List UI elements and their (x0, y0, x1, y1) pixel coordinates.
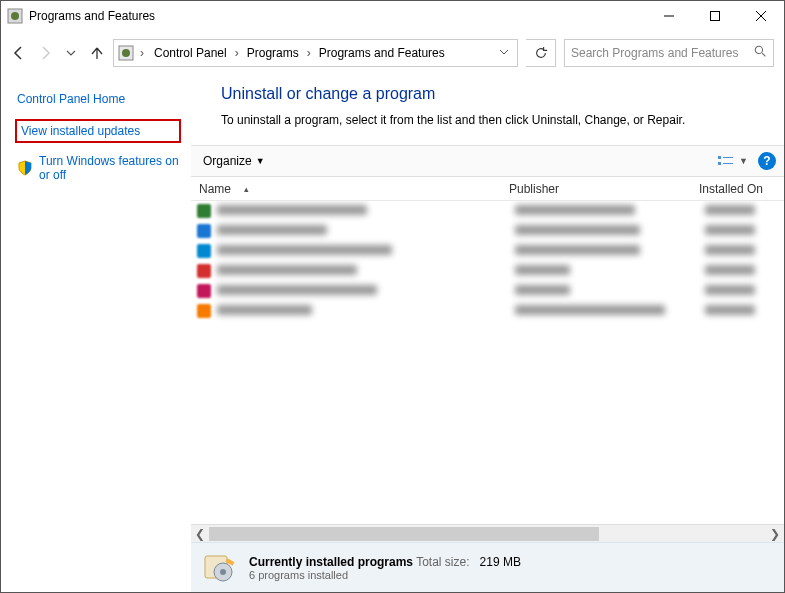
address-dropdown-button[interactable] (495, 46, 513, 60)
breadcrumb: Control Panel › Programs › Programs and … (150, 42, 491, 64)
control-panel-home-link[interactable]: Control Panel Home (15, 89, 181, 109)
svg-point-16 (220, 569, 226, 575)
list-item[interactable] (191, 281, 784, 301)
toolbar: Organize ▼ ▼ ? (191, 145, 784, 177)
refresh-button[interactable] (526, 39, 556, 67)
horizontal-scrollbar[interactable]: ❮ ❯ (191, 524, 784, 542)
svg-rect-10 (718, 156, 721, 159)
nav-bar: › Control Panel › Programs › Programs an… (1, 35, 784, 71)
window-buttons (646, 1, 784, 31)
view-options-button[interactable]: ▼ (717, 154, 748, 168)
column-header-installed[interactable]: Installed On (691, 182, 784, 196)
program-icon (197, 264, 211, 278)
program-icon (197, 224, 211, 238)
search-box[interactable] (564, 39, 774, 67)
svg-rect-11 (718, 162, 721, 165)
help-button[interactable]: ? (758, 152, 776, 170)
list-item[interactable] (191, 261, 784, 281)
breadcrumb-item[interactable]: Programs and Features (315, 42, 449, 64)
sidebar: Control Panel Home View installed update… (1, 71, 191, 592)
program-icon (197, 304, 211, 318)
column-header-publisher[interactable]: Publisher (501, 182, 691, 196)
chevron-down-icon: ▼ (739, 156, 748, 166)
breadcrumb-item[interactable]: Programs (243, 42, 303, 64)
column-headers: Name ▴ Publisher Installed On (191, 177, 784, 201)
turn-windows-features-link[interactable]: Turn Windows features on or off (15, 151, 181, 185)
scroll-left-button[interactable]: ❮ (191, 527, 209, 541)
status-title: Currently installed programs (249, 555, 413, 569)
scroll-thumb[interactable] (209, 527, 599, 541)
program-icon (197, 204, 211, 218)
list-item[interactable] (191, 221, 784, 241)
recent-locations-button[interactable] (63, 45, 79, 61)
sort-ascending-icon: ▴ (244, 184, 249, 194)
column-header-name[interactable]: Name ▴ (191, 182, 501, 196)
chevron-down-icon: ▼ (256, 156, 265, 166)
chevron-right-icon[interactable]: › (138, 46, 146, 60)
status-totalsize-value: 219 MB (480, 555, 521, 569)
list-item[interactable] (191, 241, 784, 261)
organize-label: Organize (203, 154, 252, 168)
status-bar: Currently installed programs Total size:… (191, 542, 784, 592)
scroll-right-button[interactable]: ❯ (766, 527, 784, 541)
address-icon (118, 45, 134, 61)
organize-button[interactable]: Organize ▼ (199, 152, 269, 170)
up-button[interactable] (89, 45, 105, 61)
status-count: 6 programs installed (249, 569, 521, 581)
column-header-name-label: Name (199, 182, 231, 196)
app-icon (7, 8, 23, 24)
breadcrumb-item[interactable]: Control Panel (150, 42, 231, 64)
programs-icon (201, 550, 237, 586)
turn-windows-features-label: Turn Windows features on or off (39, 154, 179, 182)
main-pane: Uninstall or change a program To uninsta… (191, 71, 784, 592)
search-input[interactable] (571, 46, 754, 60)
list-item[interactable] (191, 201, 784, 221)
title-bar: Programs and Features (1, 1, 784, 31)
chevron-right-icon: › (233, 46, 241, 60)
window-title: Programs and Features (29, 9, 646, 23)
list-item[interactable] (191, 301, 784, 321)
svg-rect-3 (711, 12, 720, 21)
program-list[interactable] (191, 201, 784, 524)
back-button[interactable] (11, 45, 27, 61)
scroll-track[interactable] (209, 525, 766, 542)
svg-point-8 (755, 46, 762, 53)
page-heading: Uninstall or change a program (191, 85, 784, 103)
svg-point-7 (122, 49, 130, 57)
program-icon (197, 284, 211, 298)
page-subtext: To uninstall a program, select it from t… (191, 103, 784, 145)
forward-button[interactable] (37, 45, 53, 61)
status-totalsize-label: Total size: (416, 555, 469, 569)
chevron-right-icon: › (305, 46, 313, 60)
minimize-button[interactable] (646, 1, 692, 31)
program-icon (197, 244, 211, 258)
status-text: Currently installed programs Total size:… (249, 555, 521, 581)
shield-icon (17, 160, 33, 176)
maximize-button[interactable] (692, 1, 738, 31)
address-bar[interactable]: › Control Panel › Programs › Programs an… (113, 39, 518, 67)
search-icon[interactable] (754, 45, 767, 61)
svg-point-1 (11, 12, 19, 20)
view-installed-updates-link[interactable]: View installed updates (15, 119, 181, 143)
close-button[interactable] (738, 1, 784, 31)
svg-line-9 (762, 53, 765, 56)
